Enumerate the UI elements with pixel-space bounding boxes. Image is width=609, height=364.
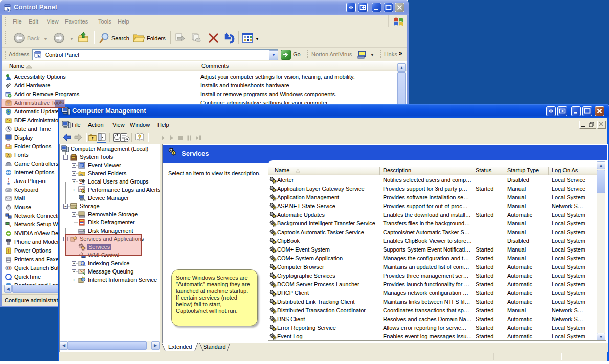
svg-text:?: ? — [138, 134, 142, 140]
svg-text:A: A — [7, 154, 10, 157]
